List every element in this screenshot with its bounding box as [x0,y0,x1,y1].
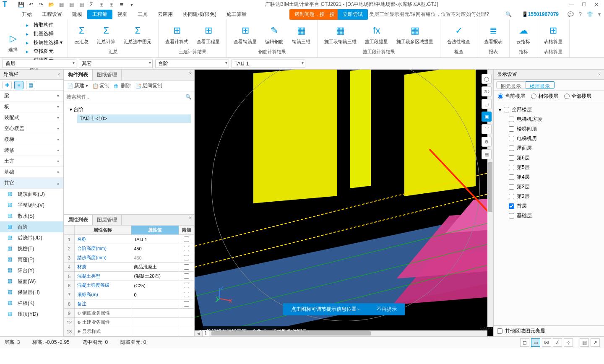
nav-sub-item[interactable]: ▧屋面(W) [0,276,63,287]
chat-icon[interactable]: 💬 [568,11,574,17]
ribbon-button[interactable]: Σ云汇总 [72,23,91,46]
ribbon-button[interactable]: ▦钢筋三维 [289,23,313,46]
sb-btn[interactable]: ⊹ [564,338,573,347]
prop-extra-checkbox[interactable] [184,264,189,270]
menu-item[interactable]: 视图 [112,10,133,19]
property-row[interactable]: 8备注 [64,299,194,309]
ribbon-button[interactable]: ≣查看报表 [482,23,505,46]
menu-item[interactable]: 开始 [17,10,37,19]
nav-category[interactable]: 空心楼盖▾ [0,123,63,134]
ribbon-button[interactable]: Σ汇总选中图元 [121,23,154,46]
property-row[interactable]: 5混凝土类型(混凝土20石) [64,272,194,281]
tab-element-display[interactable]: 图元显示 [496,81,526,88]
nav-sub-item[interactable]: ▧台阶 [0,221,63,232]
sb-btn[interactable]: ∠ [553,338,562,347]
prop-extra-checkbox[interactable] [184,246,189,251]
floor-tree-item[interactable]: 首层 [497,201,601,211]
nav-category[interactable]: 装修▾ [0,145,63,156]
qa-icon[interactable]: ≣ [118,1,125,8]
floor-tree-item[interactable]: 楼梯间顶 [497,124,601,134]
close-icon[interactable]: ✕ [593,1,600,8]
tab-floor-display[interactable]: 楼层显示 [526,81,555,88]
view-2d-icon[interactable]: 2D [482,86,492,96]
toolbar-button[interactable]: 🗑删除 [114,82,131,89]
search-icon[interactable]: 🔍 [505,11,512,17]
nav-category[interactable]: 梁▾ [0,91,63,101]
tab-drawing-manage[interactable]: 图纸管理 [93,70,122,80]
property-row[interactable]: 3踏步高度(mm)450 [64,253,194,263]
ribbon-button[interactable]: ⊞表格算量 [542,23,565,46]
view-fit-icon[interactable]: ⛶ [482,124,492,134]
sb-btn[interactable]: ↗ [591,338,600,347]
toolbar-button[interactable]: 📑层间复制 [135,82,162,89]
qa-undo-icon[interactable]: ↶ [28,1,34,8]
maximize-icon[interactable]: ☐ [581,1,587,8]
search-bubble[interactable]: 遇到问题，搜一搜 [289,9,340,20]
qa-icon[interactable]: Σ [88,1,95,8]
view-orbit-icon[interactable]: ◯ [482,74,492,84]
prop-extra-checkbox[interactable] [184,255,189,260]
nav-category[interactable]: 基础▾ [0,167,63,178]
sb-btn[interactable]: ▭ [531,338,540,347]
ribbon-button[interactable]: ☁云指标 [514,23,533,46]
qa-redo-icon[interactable]: ↷ [38,1,44,8]
collapse-icon[interactable]: × [598,72,601,77]
qa-icon[interactable]: ▦ [58,1,65,8]
panel-close-icon[interactable]: × [187,70,193,76]
menu-item[interactable]: 施工算量 [221,10,252,19]
ribbon-button[interactable]: Σ汇总计算 [94,23,118,46]
menu-item[interactable]: 工具 [133,10,153,19]
nav-sub-item[interactable]: ▧后浇带(JD) [0,232,63,243]
sb-btn[interactable]: ⋈ [542,338,551,347]
ribbon-small-button[interactable]: ▸批量选择 [25,30,63,38]
nav-category[interactable]: 其它▴ [0,178,63,189]
floor-tree-item[interactable]: 第3层 [497,182,601,192]
qa-save-icon[interactable]: 💾 [18,1,24,8]
tab-layer-manage[interactable]: 图层管理 [93,215,122,225]
nav-sub-item[interactable]: ▧阳台(Y) [0,265,63,276]
ribbon-button[interactable]: ✓合法性检查 [445,23,473,46]
nav-sub-item[interactable]: ▧建筑面积(U) [0,189,63,200]
tree-root[interactable]: ▾ 台阶 [67,105,191,114]
floor-radio[interactable]: 当前楼层 [498,93,525,100]
floor-radio[interactable]: 全部楼层 [564,93,591,100]
qa-open-icon[interactable]: 📂 [48,1,55,8]
property-row[interactable]: 4材质商品混凝土 [64,263,194,272]
highlight-other-checkbox[interactable] [497,328,502,334]
nav-mode-list-icon[interactable]: ≡ [14,81,23,89]
property-row[interactable]: 1名称TAIJ-1 [64,235,194,244]
ribbon-small-button[interactable]: ▸拾取构件 [25,21,63,29]
floor-tree-item[interactable]: 第2层 [497,192,601,201]
floor-select[interactable] [3,60,76,68]
property-row[interactable]: 2台阶高度(mm)450 [64,244,194,253]
nav-mode-grid-icon[interactable]: ▤ [26,81,35,89]
floor-tree-item[interactable]: 电梯机房 [497,134,601,143]
nav-sub-item[interactable]: ▧压顶(YD) [0,309,63,320]
nav-category[interactable]: 板▾ [0,101,63,112]
view-3d-icon[interactable]: ▣ [482,112,492,122]
nav-sub-item[interactable]: ▧挑檐(T) [0,243,63,254]
3d-viewport[interactable]: 2400 1400 1600 450 1200 3800 1000 800 4 … [195,70,493,336]
prop-extra-checkbox[interactable] [184,273,189,279]
prop-extra-checkbox[interactable] [184,292,189,297]
toolbar-button[interactable]: 📋复制 [92,82,109,89]
nav-category[interactable]: 土方▾ [0,156,63,167]
prop-extra-checkbox[interactable] [184,237,189,242]
phone-number[interactable]: 📱15501967079 [522,11,559,17]
skin-icon[interactable]: 👕 [587,11,593,17]
qa-icon[interactable]: ⊞ [98,1,105,8]
sb-btn[interactable]: ◻ [520,338,529,347]
ribbon-button[interactable]: ⊞查看钢筋量 [231,23,259,46]
nav-sub-item[interactable]: ▧栏板(K) [0,298,63,309]
help-icon[interactable]: ? [579,11,582,17]
panel-close-icon[interactable]: × [187,215,193,221]
floor-tree-item[interactable]: 第4层 [497,172,601,182]
qa-icon[interactable]: ⊞ [108,1,115,8]
ribbon-button[interactable]: ⊞查看工程量 [194,23,222,46]
dismiss-hint[interactable]: 不再提示 [377,306,397,313]
property-row[interactable]: 7顶标高(m)0 [64,290,194,299]
nav-category[interactable]: 楼梯▾ [0,134,63,145]
nav-sub-item[interactable]: ▧平整场地(V) [0,200,63,211]
qa-icon[interactable]: ▾ [128,1,135,8]
prop-extra-checkbox[interactable] [184,283,189,288]
